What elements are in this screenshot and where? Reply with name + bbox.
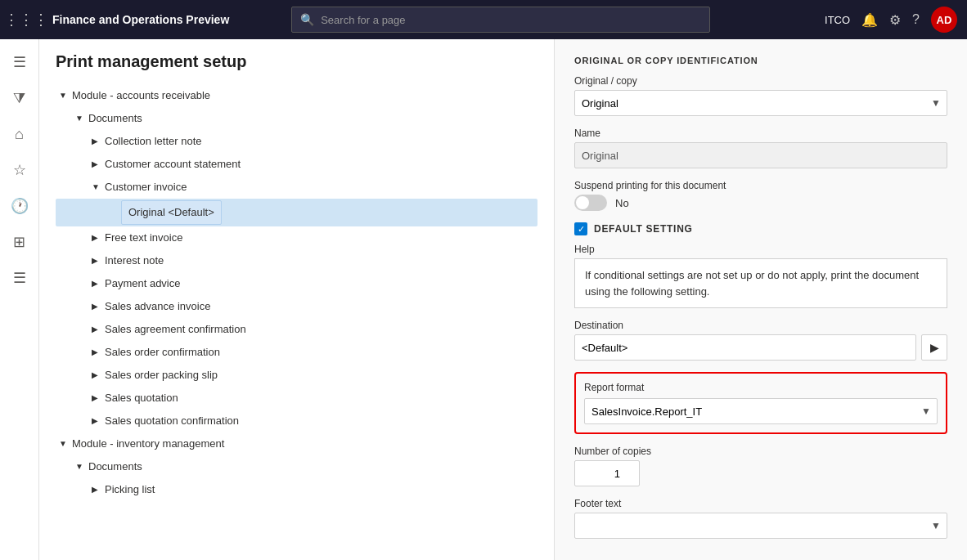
report-format-select-wrapper: SalesInvoice.Report_IT ▼ — [584, 398, 938, 424]
search-icon: 🔍 — [300, 13, 314, 26]
name-input[interactable] — [574, 142, 947, 168]
filter-icon[interactable]: ⧩ — [3, 82, 36, 114]
tree-item-sales-agreement[interactable]: ▶ Sales agreement confirmation — [56, 318, 537, 341]
tree-item-sales-order-packing[interactable]: ▶ Sales order packing slip — [56, 364, 537, 387]
tree-item-collection-letter[interactable]: ▶ Collection letter note — [56, 130, 537, 153]
destination-group: Destination ▶ — [574, 320, 947, 361]
tree-item-module-ar[interactable]: ▼ Module - accounts receivable — [56, 84, 537, 107]
original-copy-select-wrapper: Original Copy ▼ — [574, 90, 947, 116]
search-bar[interactable]: 🔍 — [291, 7, 710, 33]
tree-item-payment-advice[interactable]: ▶ Payment advice — [56, 272, 537, 295]
destination-arrow-button[interactable]: ▶ — [921, 334, 947, 361]
tree-arrow-documents-ar: ▼ — [75, 109, 88, 128]
suspend-toggle[interactable] — [574, 195, 607, 211]
tree-item-original-default[interactable]: Original <Default> — [56, 199, 537, 226]
report-format-select[interactable]: SalesInvoice.Report_IT — [584, 398, 938, 424]
tree-item-interest-note[interactable]: ▶ Interest note — [56, 249, 537, 272]
tree-label-sales-order-confirmation: Sales order confirmation — [105, 343, 220, 362]
tree-arrow-sales-quotation: ▶ — [92, 388, 105, 408]
search-input[interactable] — [321, 14, 701, 26]
number-copies-input[interactable] — [574, 460, 640, 486]
tree-item-sales-order-confirmation[interactable]: ▶ Sales order confirmation — [56, 341, 537, 364]
tree-arrow-sales-advance-invoice: ▶ — [92, 297, 105, 316]
grid-icon[interactable]: ⊞ — [3, 226, 36, 258]
tree-label-interest-note: Interest note — [105, 251, 164, 271]
main-content: Print management setup ▼ Module - accoun… — [39, 39, 967, 560]
name-group: Name — [574, 128, 947, 168]
tree-item-sales-quotation-confirm[interactable]: ▶ Sales quotation confirmation — [56, 410, 537, 432]
report-format-label: Report format — [584, 382, 938, 393]
topbar: ⋮⋮⋮ Finance and Operations Preview 🔍 ITC… — [0, 0, 967, 39]
home-icon[interactable]: ⌂ — [3, 118, 36, 150]
star-icon[interactable]: ☆ — [3, 154, 36, 186]
avatar[interactable]: AD — [931, 7, 957, 33]
tree-arrow-free-text-invoice: ▶ — [92, 228, 105, 248]
destination-label: Destination — [574, 320, 947, 331]
footer-text-select-wrapper: ▼ — [574, 513, 947, 539]
tree-item-customer-invoice[interactable]: ▼ Customer invoice — [56, 176, 537, 199]
name-label: Name — [574, 128, 947, 139]
suspend-toggle-row: No — [574, 195, 947, 211]
page-title: Print management setup — [56, 52, 537, 71]
list-icon[interactable]: ☰ — [3, 262, 36, 294]
report-format-section: Report format SalesInvoice.Report_IT ▼ — [574, 372, 947, 434]
tree-label-sales-advance-invoice: Sales advance invoice — [105, 297, 210, 316]
apps-menu-icon[interactable]: ⋮⋮⋮ — [10, 3, 43, 36]
destination-input[interactable] — [574, 334, 916, 361]
clock-icon[interactable]: 🕐 — [3, 190, 36, 222]
tree-arrow-sales-quotation-confirm: ▶ — [92, 411, 105, 431]
default-setting-label: DEFAULT SETTING — [594, 223, 693, 235]
settings-icon[interactable]: ⚙ — [889, 12, 901, 28]
tree-item-customer-account[interactable]: ▶ Customer account statement — [56, 153, 537, 176]
tree-label-documents-inv: Documents — [88, 457, 142, 477]
original-copy-group: Original / copy Original Copy ▼ — [574, 75, 947, 116]
suspend-label: Suspend printing for this document — [574, 180, 947, 191]
app-title: Finance and Operations Preview — [52, 13, 229, 26]
section-title-id: ORIGINAL OR COPY IDENTIFICATION — [574, 56, 947, 65]
tree-arrow-picking-list: ▶ — [92, 480, 105, 500]
main-layout: ☰ ⧩ ⌂ ☆ 🕐 ⊞ ☰ Print management setup ▼ M… — [0, 39, 967, 560]
tree-label-documents-ar: Documents — [88, 109, 142, 128]
help-label: Help — [574, 244, 947, 255]
tree-item-picking-list[interactable]: ▶ Picking list — [56, 478, 537, 501]
tree-panel: Print management setup ▼ Module - accoun… — [39, 39, 555, 560]
tree-item-sales-advance-invoice[interactable]: ▶ Sales advance invoice — [56, 295, 537, 318]
suspend-group: Suspend printing for this document No — [574, 180, 947, 211]
org-code: ITCO — [825, 14, 850, 26]
tree-arrow-interest-note: ▶ — [92, 251, 105, 271]
hamburger-icon[interactable]: ☰ — [3, 46, 36, 78]
tree-item-sales-quotation[interactable]: ▶ Sales quotation — [56, 387, 537, 410]
footer-text-label: Footer text — [574, 498, 947, 509]
sidenav: ☰ ⧩ ⌂ ☆ 🕐 ⊞ ☰ — [0, 39, 39, 560]
tree-label-module-ar: Module - accounts receivable — [72, 86, 210, 105]
tree-item-documents-ar[interactable]: ▼ Documents — [56, 107, 537, 130]
suspend-no-label: No — [615, 197, 629, 209]
bell-icon[interactable]: 🔔 — [861, 12, 878, 28]
tree-label-original-default: Original <Default> — [121, 200, 222, 225]
tree-item-module-inv[interactable]: ▼ Module - inventory management — [56, 432, 537, 455]
default-setting-row: ✓ DEFAULT SETTING — [574, 222, 947, 235]
tree-item-free-text-invoice[interactable]: ▶ Free text invoice — [56, 226, 537, 249]
tree-label-sales-quotation-confirm: Sales quotation confirmation — [105, 411, 239, 431]
tree-arrow-module-inv: ▼ — [59, 434, 72, 454]
tree-label-sales-quotation: Sales quotation — [105, 388, 178, 408]
tree-label-customer-invoice: Customer invoice — [105, 177, 187, 197]
tree-label-collection-letter: Collection letter note — [105, 132, 202, 151]
original-copy-select[interactable]: Original Copy — [574, 90, 947, 116]
footer-text-select[interactable] — [574, 513, 947, 539]
tree-label-sales-agreement: Sales agreement confirmation — [105, 320, 246, 339]
tree-arrow-sales-order-confirmation: ▶ — [92, 343, 105, 362]
original-copy-label: Original / copy — [574, 75, 947, 87]
tree-item-documents-inv[interactable]: ▼ Documents — [56, 455, 537, 478]
tree-arrow-sales-agreement: ▶ — [92, 320, 105, 339]
tree-arrow-sales-order-packing: ▶ — [92, 365, 105, 385]
tree-arrow-documents-inv: ▼ — [75, 457, 88, 477]
footer-text-group: Footer text ▼ — [574, 498, 947, 539]
tree-label-free-text-invoice: Free text invoice — [105, 228, 182, 248]
destination-row: ▶ — [574, 334, 947, 361]
help-icon[interactable]: ? — [912, 12, 920, 27]
number-copies-group: Number of copies — [574, 446, 947, 486]
tree-arrow-collection-letter: ▶ — [92, 132, 105, 151]
tree-arrow-customer-invoice: ▼ — [92, 177, 105, 197]
default-setting-checkbox[interactable]: ✓ — [574, 222, 587, 235]
